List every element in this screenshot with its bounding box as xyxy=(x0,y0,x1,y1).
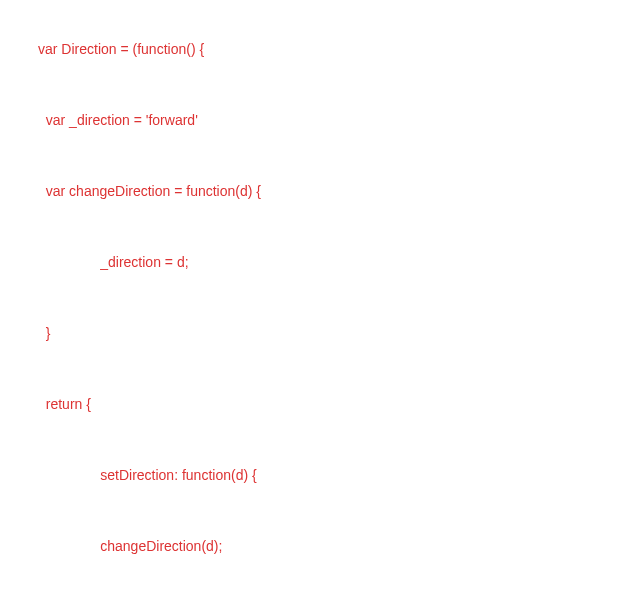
code-line: _direction = d; xyxy=(38,255,399,298)
code-line: var changeDirection = function(d) { xyxy=(38,184,399,227)
code-line: setDirection: function(d) { xyxy=(38,468,399,511)
code-snippet: var Direction = (function() { var _direc… xyxy=(38,14,399,602)
code-line: var _direction = 'forward' xyxy=(38,113,399,156)
code-line: changeDirection(d); xyxy=(38,539,399,582)
code-line: return { xyxy=(38,397,399,440)
code-line: var Direction = (function() { xyxy=(38,42,399,85)
code-line: } xyxy=(38,326,399,369)
